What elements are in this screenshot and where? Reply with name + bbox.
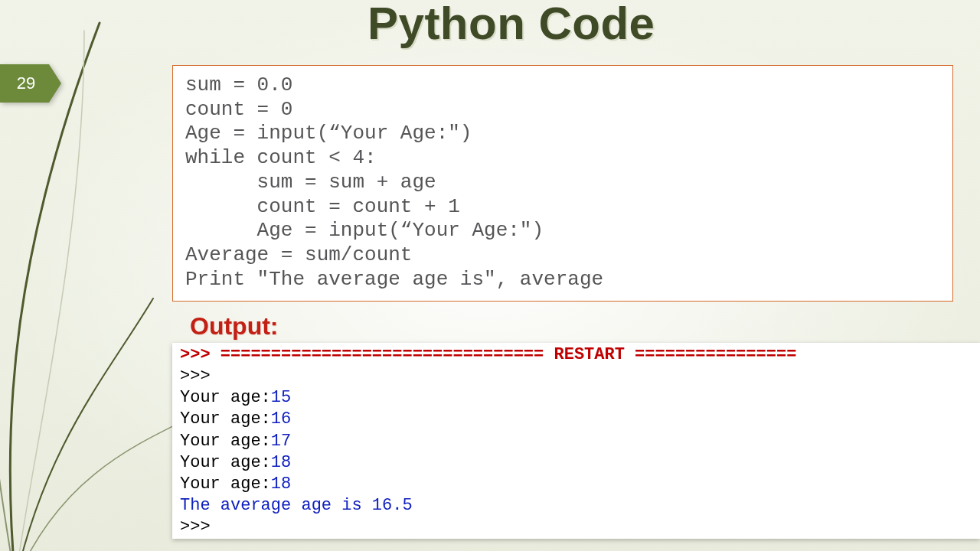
console-content: >>> ================================ RES… — [172, 343, 980, 539]
code-block: sum = 0.0 count = 0 Age = input(“Your Ag… — [172, 65, 953, 302]
console-output: >>> ================================ RES… — [172, 343, 980, 539]
slide-number-text: 29 — [17, 73, 44, 93]
code-content: sum = 0.0 count = 0 Age = input(“Your Ag… — [185, 73, 940, 292]
slide-title: Python Code — [368, 0, 655, 50]
slide-number-badge: 29 — [0, 64, 61, 103]
output-heading: Output: — [190, 312, 279, 341]
